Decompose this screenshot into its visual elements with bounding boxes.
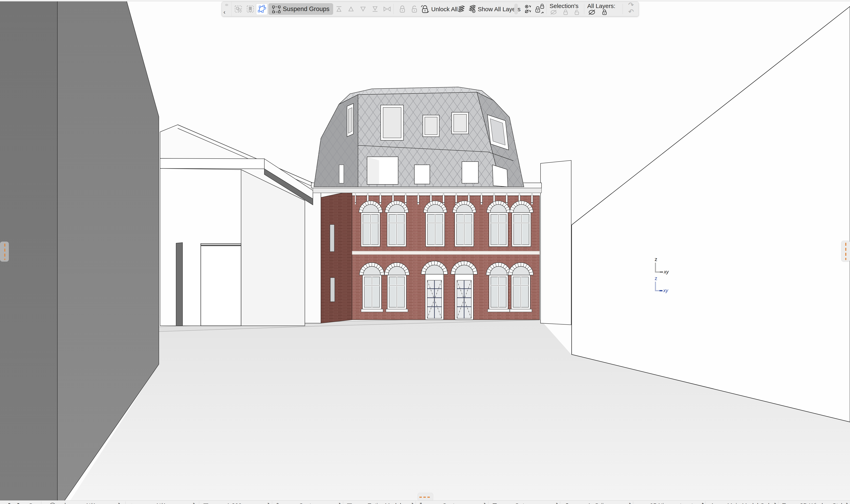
visibility-refresh-button[interactable] [523,3,533,15]
lock-all-layers-button[interactable] [601,8,608,16]
door-opening [201,244,241,326]
model-view-options-icon[interactable]: ⟲ [564,502,569,504]
group-icon [234,5,243,14]
visibility-refresh-icon [523,4,533,14]
lock-all-layers-icon [602,9,607,15]
lock-refresh-icon [534,4,544,14]
group-button[interactable] [233,3,244,15]
hide-all-layers-icon [588,9,596,15]
chevron-icon[interactable]: ❯ [338,502,342,504]
drag-handle[interactable] [225,4,228,6]
toolbar-separator [393,4,394,14]
ungroup-button[interactable] [245,3,256,15]
home-story-icon[interactable]: ⌂ [130,502,134,504]
polygon-selection-button[interactable] [256,3,268,15]
history-back-icon[interactable]: ↺ [6,502,11,504]
home-story-value[interactable]: N/A [156,502,166,504]
suspend-groups-button[interactable]: Suspend Groups [268,3,333,15]
renovation-filter-icon[interactable]: ⇄ [709,502,714,504]
layer-combination-value[interactable]: Ontwerp [515,502,537,504]
graphic-override-value[interactable]: 05 Nieuwe toestand [650,502,703,504]
window-top-edge [0,0,850,1]
undo-icon[interactable]: ↶ [628,8,634,15]
string-course [352,251,539,255]
small-white-building [541,160,571,325]
suspend-groups-icon [272,5,281,14]
send-to-back-icon [371,5,379,13]
chevron-icon[interactable]: ❯ [267,502,271,504]
history-forward-icon[interactable]: ↻ [17,502,22,504]
dimensions-value[interactable]: Custom [442,502,463,504]
svg-text:xy: xy [663,288,669,293]
brick-building [311,183,542,323]
window-style-icon[interactable]: ⧉ [782,502,786,504]
chevron-icon[interactable]: ❯ [411,502,415,504]
unlock-selection-button[interactable] [573,8,581,16]
layer-combination-icon[interactable]: ⊟ [492,502,497,504]
bring-to-front-button[interactable] [333,3,344,15]
unlock-all-icon [420,4,430,14]
selections-label: Selection's [550,3,579,10]
dimensions-icon[interactable]: ‖ [420,502,422,504]
swap-order-button[interactable] [382,3,393,15]
chevron-icon[interactable]: ❯ [483,502,488,504]
scale-value[interactable]: 1:200 [227,502,242,504]
palette-tab-left[interactable] [0,241,9,262]
unlock-selection-icon [574,9,580,15]
side-window [330,278,335,302]
nav-preview-value[interactable]: N/A [86,502,96,504]
chevron-icon[interactable]: ❯ [555,502,560,504]
orange-dash-icon [0,241,9,262]
scale-icon[interactable]: ▣ [203,502,209,504]
send-to-back-button[interactable] [369,3,381,15]
collapse-toolbar-icon[interactable]: ‹ [224,9,226,15]
toolbar-section-handle[interactable] [514,4,518,15]
unlock-icon [410,5,419,14]
lock-button[interactable] [397,3,408,15]
show-all-layers-icon [468,4,477,14]
ungroup-icon [246,5,255,14]
navigation-wheel-icon[interactable]: ◔ [75,502,78,504]
palette-tab-right[interactable] [841,240,850,262]
partial-structure-icon[interactable]: ▤ [347,502,352,504]
gray-pillar [176,242,182,326]
layers-icon [457,5,466,14]
layers-button[interactable] [456,3,467,15]
model-view-options-value[interactable]: 1. Grijs [588,502,607,504]
send-backward-button[interactable] [357,3,369,15]
show-all-layers-button[interactable] [467,3,478,15]
bring-to-front-icon [335,5,343,13]
chevron-icon[interactable]: ❯ [192,502,197,504]
bring-forward-button[interactable] [346,3,357,15]
lock-refresh-button[interactable] [534,3,544,15]
options-icon[interactable]: ⋮ [62,502,68,504]
chevron-icon[interactable]: ❯ [701,502,706,504]
swap-order-icon [383,5,391,13]
chevron-icon[interactable]: ❯ [773,502,778,504]
mansard-roof [314,87,524,187]
polygon-selection-icon [257,5,266,14]
unlock-all-button[interactable] [420,3,430,15]
toolbar-drag-rail[interactable]: ‹ [222,2,232,16]
lock-selection-button[interactable] [562,8,570,16]
pen-set-icon[interactable]: ✎ [276,502,281,504]
scene-3d: z xy z xy [0,0,850,504]
hide-all-layers-button[interactable] [587,8,597,16]
clock-icon[interactable]: ◷ [28,502,33,504]
unlock-button[interactable] [409,3,420,15]
chevron-icon[interactable]: ❯ [117,502,122,504]
chevron-icon[interactable]: ❯ [628,502,633,504]
partial-structure-value[interactable]: Entire Model [368,502,401,504]
pen-set-value[interactable]: Custom [299,502,319,504]
window-style-value[interactable]: 3D Window Style [800,502,846,504]
graphic-override-icon[interactable]: ✒ [637,502,642,504]
palette-tab-bottom[interactable] [418,493,433,501]
chevron-icon[interactable]: ❯ [845,502,850,504]
zoom-icon[interactable]: ◯ [49,502,56,504]
renovation-filter-value[interactable]: Main Model Only [727,502,773,504]
unlock-all-label[interactable]: Unlock All [431,6,458,13]
redo-icon[interactable]: ↷ [628,2,634,8]
viewport-3d[interactable]: z xy z xy [0,0,850,504]
orange-dash-icon [842,241,850,262]
hide-selection-button[interactable] [549,8,558,16]
